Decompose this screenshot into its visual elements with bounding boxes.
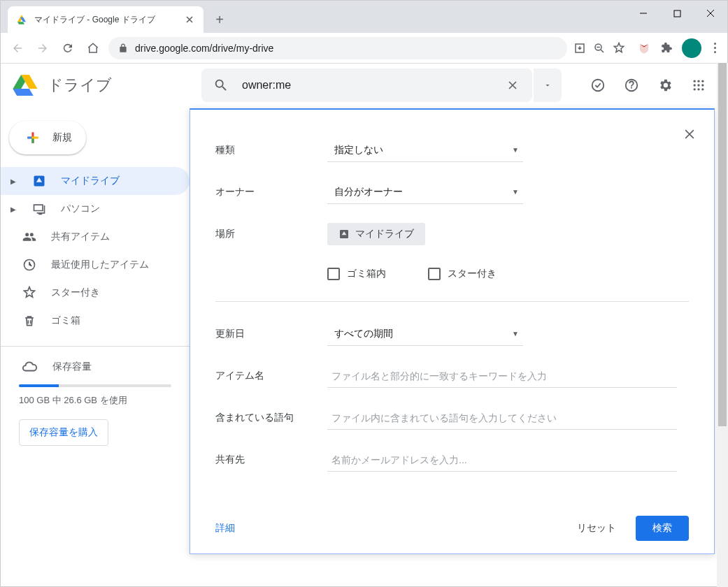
zoom-icon[interactable] (592, 41, 606, 55)
filter-type-label: 種類 (215, 144, 327, 157)
extensions-icon[interactable] (659, 41, 673, 55)
filter-location-chip-label: マイドライブ (355, 228, 414, 240)
ready-offline-icon[interactable] (584, 71, 612, 99)
search-options-dropdown[interactable] (534, 68, 562, 102)
drive-logo[interactable]: ドライブ (11, 71, 193, 99)
address-bar: drive.google.com/drive/my-drive (1, 33, 727, 64)
sidebar-storage[interactable]: 保存容量 (19, 359, 171, 375)
nav-home-button[interactable] (83, 38, 103, 58)
sidebar-recent[interactable]: 最近使用したアイテム (1, 251, 190, 279)
trash-icon (22, 313, 37, 328)
window-controls (627, 1, 727, 26)
svg-rect-0 (674, 10, 680, 17)
svg-point-5 (697, 80, 699, 82)
search-input[interactable] (242, 79, 492, 92)
storage-label: 保存容量 (52, 361, 92, 373)
svg-point-8 (697, 84, 699, 86)
search-clear-icon[interactable] (499, 71, 527, 99)
filter-modified-select[interactable]: すべての期間 ▼ (327, 322, 523, 346)
filter-trash-checkbox[interactable]: ゴミ箱内 (327, 268, 386, 280)
svg-point-10 (694, 88, 696, 90)
nav-back-button[interactable] (8, 38, 27, 58)
window-minimize[interactable] (627, 1, 660, 26)
profile-avatar[interactable] (682, 38, 701, 58)
my-drive-icon (31, 173, 47, 189)
storage-usage-text: 100 GB 中 26.6 GB を使用 (19, 394, 171, 407)
svg-point-7 (694, 84, 696, 86)
drive-sidebar: 新規 ▶ マイドライブ ▶ パソコン 共有アイテム 最近使用したアイテム スター… (1, 108, 190, 587)
filter-itemname-input[interactable] (327, 364, 677, 388)
svg-point-2 (592, 80, 604, 92)
sidebar-item-label: スター付き (51, 287, 100, 299)
sidebar-item-label: 共有アイテム (51, 231, 110, 243)
sidebar-computers[interactable]: ▶ パソコン (1, 195, 190, 223)
settings-icon[interactable] (651, 71, 679, 99)
tab-close-icon[interactable] (184, 14, 195, 25)
chevron-right-icon: ▶ (10, 177, 17, 185)
sidebar-trash[interactable]: ゴミ箱 (1, 307, 190, 335)
scrollbar-thumb[interactable] (718, 63, 727, 426)
filter-reset-button[interactable]: リセット (564, 516, 629, 541)
nav-reload-button[interactable] (58, 38, 78, 58)
filter-owner-select[interactable]: 自分がオーナー ▼ (327, 180, 523, 204)
filter-modified-label: 更新日 (215, 328, 327, 340)
scrollbar[interactable] (717, 63, 728, 587)
checkbox-icon (327, 268, 340, 280)
search-box[interactable] (201, 68, 532, 102)
search-filter-panel: 種類 指定しない ▼ オーナー 自分がオーナー ▼ (190, 108, 715, 554)
filter-contains-input[interactable] (327, 406, 677, 430)
star-icon (22, 285, 37, 300)
filter-location-chip[interactable]: マイドライブ (327, 223, 425, 245)
sidebar-my-drive[interactable]: ▶ マイドライブ (1, 167, 190, 195)
new-tab-button[interactable]: + (209, 9, 230, 30)
chevron-down-icon: ▼ (512, 330, 519, 338)
chevron-down-icon: ▼ (512, 146, 519, 154)
apps-grid-icon[interactable] (685, 71, 713, 99)
svg-point-6 (701, 80, 704, 82)
bookmark-icon[interactable] (612, 41, 626, 55)
install-icon[interactable] (573, 41, 587, 55)
sidebar-shared[interactable]: 共有アイテム (1, 223, 190, 251)
help-icon[interactable] (618, 71, 645, 99)
drive-favicon (16, 14, 27, 25)
filter-type-select[interactable]: 指定しない ▼ (327, 138, 523, 162)
panel-divider (215, 301, 689, 302)
svg-point-11 (697, 88, 699, 90)
drive-header: ドライブ (0, 63, 724, 108)
storage-progress-bar (19, 384, 171, 387)
checkbox-icon (428, 268, 441, 280)
filter-modified-value: すべての期間 (334, 328, 393, 340)
sidebar-item-label: 最近使用したアイテム (51, 259, 149, 271)
sidebar-item-label: ゴミ箱 (51, 314, 80, 327)
checkbox-label: ゴミ箱内 (347, 268, 386, 280)
filter-location-label: 場所 (215, 228, 327, 240)
sidebar-starred[interactable]: スター付き (1, 279, 190, 307)
nav-forward-button[interactable] (33, 38, 52, 58)
filter-starred-checkbox[interactable]: スター付き (428, 268, 497, 280)
drive-app-title: ドライブ (48, 75, 112, 96)
drive-main: 種類 指定しない ▼ オーナー 自分がオーナー ▼ (190, 108, 727, 587)
plus-icon (23, 128, 43, 147)
filter-owner-value: 自分がオーナー (334, 186, 403, 198)
address-input[interactable]: drive.google.com/drive/my-drive (108, 37, 567, 59)
new-button[interactable]: 新規 (9, 121, 86, 154)
window-maximize[interactable] (660, 1, 694, 26)
tab-title: マイドライブ - Google ドライブ (34, 14, 177, 26)
browser-menu-button[interactable] (710, 38, 720, 57)
panel-close-icon[interactable] (679, 124, 700, 145)
filter-shared-label: 共有先 (215, 454, 327, 466)
filter-itemname-label: アイテム名 (215, 370, 327, 382)
search-icon[interactable] (207, 71, 235, 99)
new-button-label: 新規 (52, 131, 72, 144)
filter-details-link[interactable]: 詳細 (215, 522, 235, 535)
browser-tab[interactable]: マイドライブ - Google ドライブ (8, 6, 204, 33)
mcafee-icon[interactable] (637, 41, 651, 55)
chevron-down-icon: ▼ (512, 188, 519, 196)
svg-point-12 (701, 88, 704, 90)
filter-shared-input[interactable] (327, 448, 677, 472)
window-close[interactable] (694, 1, 727, 26)
filter-search-button[interactable]: 検索 (636, 516, 689, 541)
browser-tab-bar: マイドライブ - Google ドライブ + (1, 1, 727, 33)
lock-icon (118, 43, 128, 53)
buy-storage-button[interactable]: 保存容量を購入 (19, 419, 108, 446)
